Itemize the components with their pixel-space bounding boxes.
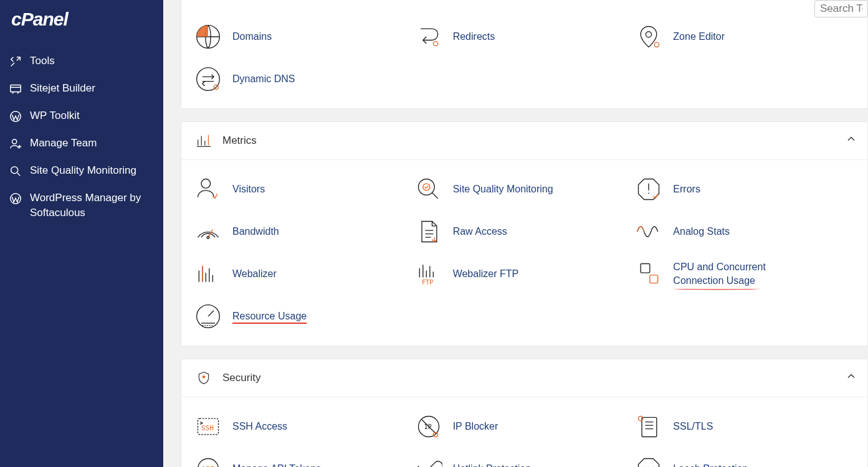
app-label: Hotlink Protection xyxy=(453,462,531,467)
panel-title: Security xyxy=(222,372,260,384)
svg-point-3 xyxy=(11,167,18,174)
svg-rect-25 xyxy=(642,417,657,436)
zone-icon xyxy=(634,22,663,51)
search-input[interactable] xyxy=(814,0,868,17)
sidebar-item-site-quality[interactable]: Site Quality Monitoring xyxy=(0,157,163,184)
metrics-group-icon xyxy=(195,132,212,149)
visitors-icon xyxy=(194,175,222,204)
app-visitors[interactable]: Visitors xyxy=(194,175,414,204)
app-errors[interactable]: Errors xyxy=(634,175,855,204)
panel-body: SSH SSH Access IP IP Blocker SSL/TLS xyxy=(181,397,867,467)
ipblock-icon: IP xyxy=(414,412,443,441)
app-bandwidth[interactable]: Bandwidth xyxy=(194,217,414,246)
analog-icon xyxy=(634,217,663,246)
app-cpu-connection-usage[interactable]: CPU and Concurrent Connection Usage xyxy=(634,260,855,288)
sidebar-item-label: Site Quality Monitoring xyxy=(30,163,136,178)
app-zone-editor[interactable]: Zone Editor xyxy=(634,22,855,51)
rawaccess-icon xyxy=(414,217,443,246)
panel-security: Security SSH SSH Access IP IP Blocker xyxy=(181,359,868,467)
errors-icon xyxy=(634,175,663,204)
svg-point-26 xyxy=(639,417,643,421)
webalizerftp-icon: FTP xyxy=(414,260,443,288)
app-label: Raw Access xyxy=(453,225,507,238)
app-hotlink-protection[interactable]: Hotlink Protection xyxy=(414,455,635,467)
app-redirects[interactable]: Redirects xyxy=(414,22,635,51)
brand-logo: cPanel xyxy=(0,0,163,36)
bandwidth-icon xyxy=(194,217,222,246)
chevron-up-icon xyxy=(846,134,856,148)
panel-metrics: Metrics Visitors Site Quality Monitori xyxy=(181,121,868,346)
app-ip-blocker[interactable]: IP IP Blocker xyxy=(414,412,635,441)
app-label: Errors xyxy=(673,182,700,196)
sidebar-item-wptoolkit[interactable]: WP Toolkit xyxy=(0,102,163,130)
app-label: IP Blocker xyxy=(453,420,498,433)
app-domains[interactable]: Domains xyxy=(194,22,414,51)
app-analog-stats[interactable]: Analog Stats xyxy=(634,217,855,246)
svg-point-6 xyxy=(433,41,437,45)
app-webalizer-ftp[interactable]: FTP Webalizer FTP xyxy=(414,260,635,288)
panel-header-security[interactable]: Security xyxy=(181,359,867,397)
app-label: Manage API Tokens xyxy=(232,462,321,467)
sidebar-item-wp-manager[interactable]: WordPress Manager by Softaculous xyxy=(0,184,163,227)
team-icon xyxy=(9,137,22,151)
panel-body: Domains Redirects Zone Editor xyxy=(181,0,867,108)
app-label: Zone Editor xyxy=(673,30,725,44)
app-label: Leech Protection xyxy=(673,462,748,467)
app-ssl-tls[interactable]: SSL/TLS xyxy=(634,412,855,441)
app-label: Webalizer xyxy=(232,267,277,281)
content: Domains Redirects Zone Editor xyxy=(163,0,868,467)
app-label: Resource Usage xyxy=(232,309,307,323)
app-resource-usage[interactable]: Resource Usage xyxy=(194,302,414,331)
sidebar-item-label: WordPress Manager by Softaculous xyxy=(30,191,155,220)
svg-rect-16 xyxy=(641,264,650,273)
hotlink-icon xyxy=(414,455,443,467)
svg-point-7 xyxy=(646,32,652,37)
svg-point-2 xyxy=(12,139,17,144)
leech-icon xyxy=(634,455,663,467)
svg-point-11 xyxy=(201,179,211,189)
globe-icon xyxy=(194,22,222,51)
app-manage-api-tokens[interactable]: API Manage API Tokens xyxy=(194,455,414,467)
ssh-icon: SSH xyxy=(194,412,222,441)
gauge-icon xyxy=(194,302,222,331)
sidebar-item-label: WP Toolkit xyxy=(30,108,80,123)
svg-rect-0 xyxy=(11,85,21,92)
app-label: SSL/TLS xyxy=(673,420,713,433)
app-dynamic-dns[interactable]: Dynamic DNS xyxy=(194,65,414,93)
app-label: CPU and Concurrent Connection Usage xyxy=(673,260,785,287)
sidebar: cPanel Tools Sitejet Builder WP Toolkit … xyxy=(0,0,163,467)
app-site-quality-monitoring[interactable]: Site Quality Monitoring xyxy=(414,175,635,204)
app-ssh-access[interactable]: SSH SSH Access xyxy=(194,412,414,441)
sidebar-item-label: Tools xyxy=(30,54,55,68)
redirect-icon xyxy=(414,22,443,51)
api-icon: API xyxy=(194,455,222,467)
ssl-icon xyxy=(634,412,663,441)
panel-title: Metrics xyxy=(222,134,257,147)
magnifier-icon xyxy=(9,164,22,178)
panel-body: Visitors Site Quality Monitoring Errors xyxy=(181,160,867,346)
sidebar-item-label: Sitejet Builder xyxy=(30,81,95,96)
panel-header-metrics[interactable]: Metrics xyxy=(181,122,867,160)
app-label: Bandwidth xyxy=(232,225,279,238)
svg-point-19 xyxy=(203,376,204,378)
svg-text:SSH: SSH xyxy=(201,424,214,432)
sidebar-item-sitejet[interactable]: Sitejet Builder xyxy=(0,75,163,102)
webalizer-icon xyxy=(194,260,222,288)
app-label: Redirects xyxy=(453,30,495,44)
svg-point-8 xyxy=(654,42,659,47)
svg-text:API: API xyxy=(201,465,215,467)
sqm-icon xyxy=(414,175,443,204)
dyndns-icon xyxy=(194,65,222,93)
app-label: Dynamic DNS xyxy=(232,72,295,86)
app-leech-protection[interactable]: Leech Protection xyxy=(634,455,855,467)
sidebar-item-tools[interactable]: Tools xyxy=(0,47,163,75)
svg-point-9 xyxy=(197,68,220,91)
panel-domains: Domains Redirects Zone Editor xyxy=(181,0,868,109)
wordpress-icon xyxy=(9,192,22,205)
cpu-icon xyxy=(634,260,663,288)
app-raw-access[interactable]: Raw Access xyxy=(414,217,635,246)
app-webalizer[interactable]: Webalizer xyxy=(194,260,414,288)
svg-text:IP: IP xyxy=(424,423,431,430)
svg-text:FTP: FTP xyxy=(422,279,433,286)
sidebar-item-manage-team[interactable]: Manage Team xyxy=(0,130,163,157)
